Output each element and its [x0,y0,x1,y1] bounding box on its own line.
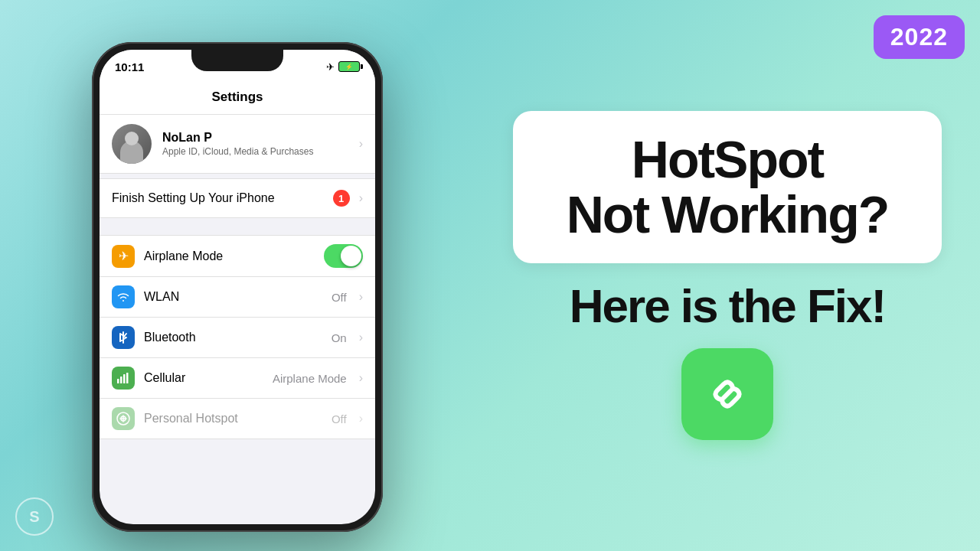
toggle-knob [341,246,361,266]
bluetooth-label: Bluetooth [144,331,322,344]
wlan-icon [112,285,135,308]
airplane-mode-label: Airplane Mode [144,249,315,263]
chevron-right-icon: › [359,191,363,205]
avatar [112,124,152,164]
notification-badge: 1 [333,190,350,207]
chevron-right-icon: › [359,331,363,344]
headline-text: HotSpot Not Working? [544,132,911,242]
airplane-mode-icon: ✈ [112,245,135,268]
iphone-mockup: 10:11 ✈ ⚡ Settings NoLan P Apple ID, iCl… [92,42,383,532]
right-panel: HotSpot Not Working? Here is the Fix! [475,0,980,551]
wlan-value: Off [332,291,347,304]
profile-subtitle: Apple ID, iCloud, Media & Purchases [162,146,348,157]
chevron-right-icon: › [359,290,363,304]
svg-rect-0 [117,379,119,383]
link-icon [701,367,754,421]
personal-hotspot-row[interactable]: Personal Hotspot Off › [100,399,375,439]
finish-setup-row[interactable]: Finish Setting Up Your iPhone 1 › [100,178,375,218]
cellular-row[interactable]: Cellular Airplane Mode › [100,358,375,399]
svg-rect-1 [120,377,122,383]
headline-line2: Not Working? [567,185,888,243]
profile-row[interactable]: NoLan P Apple ID, iCloud, Media & Purcha… [100,115,375,174]
chevron-right-icon: › [359,371,363,385]
headline-card: HotSpot Not Working? [513,111,942,263]
app-icon [681,348,773,440]
left-panel: 10:11 ✈ ⚡ Settings NoLan P Apple ID, iCl… [0,0,475,551]
svg-rect-3 [126,373,129,383]
finish-setup-section: Finish Setting Up Your iPhone 1 › [100,174,375,223]
personal-hotspot-value: Off [332,412,347,425]
wlan-row[interactable]: WLAN Off › [100,277,375,318]
chevron-right-icon: › [359,137,363,151]
status-time: 10:11 [115,60,144,73]
notch [191,50,283,71]
watermark: S [15,497,54,536]
settings-title: Settings [211,90,263,104]
personal-hotspot-label: Personal Hotspot [144,412,322,425]
status-icons: ✈ ⚡ [326,61,360,73]
bluetooth-value: On [332,331,347,344]
headline-line1: HotSpot [632,130,823,188]
bluetooth-icon [112,326,135,349]
cellular-label: Cellular [144,371,263,385]
airplane-mode-row[interactable]: ✈ Airplane Mode [100,235,375,277]
battery-icon: ⚡ [338,61,360,72]
fix-text: Here is the Fix! [570,279,885,333]
svg-rect-2 [123,374,126,383]
svg-line-4 [724,390,731,398]
airplane-mode-toggle[interactable] [324,244,363,268]
airplane-status-icon: ✈ [326,61,335,73]
cellular-value: Airplane Mode [273,372,347,385]
finish-setup-label: Finish Setting Up Your iPhone [112,191,324,205]
iphone-screen: 10:11 ✈ ⚡ Settings NoLan P Apple ID, iCl… [100,50,375,524]
bluetooth-row[interactable]: Bluetooth On › [100,318,375,358]
settings-group: ✈ Airplane Mode WLAN [100,223,375,439]
profile-info: NoLan P Apple ID, iCloud, Media & Purcha… [162,131,348,157]
wlan-label: WLAN [144,290,322,304]
profile-name: NoLan P [162,131,348,145]
personal-hotspot-icon [112,407,135,430]
status-bar: 10:11 ✈ ⚡ [100,50,375,83]
cellular-icon [112,367,135,390]
chevron-right-icon: › [359,412,363,425]
settings-header: Settings [100,83,375,115]
